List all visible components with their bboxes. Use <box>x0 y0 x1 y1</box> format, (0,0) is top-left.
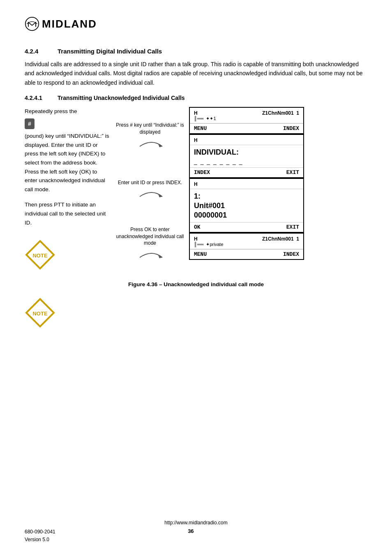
radio-screen-2: H INDIVIDUAL: _ _ _ _ _ _ _ _ INDEX EXIT <box>189 134 304 178</box>
screen2-individual: INDIVIDUAL: <box>194 148 299 157</box>
svg-text:NOTE: NOTE <box>32 310 47 317</box>
screen3-h-label: H <box>194 181 198 187</box>
radio-screen-3: H 1: Unit#001 00000001 OK EXIT <box>189 178 304 233</box>
screen3-h: H <box>194 181 299 187</box>
screen4-top: H Z1ChnNm001 1 ║══ ✦private <box>190 234 303 249</box>
screen2-softkey-left: INDEX <box>194 169 210 176</box>
screen4-icons: ║══ ✦private <box>194 242 224 247</box>
step2-arrow <box>136 188 168 205</box>
screen2-h-label: H <box>194 137 198 143</box>
note-diamond-icon: NOTE <box>25 239 55 270</box>
left-para1: Repeatedly press the <box>25 107 111 116</box>
section-424-body: Individual calls are addressed to a sing… <box>25 60 367 87</box>
left-para3: Then press PTT to initiate an individual… <box>25 200 111 227</box>
step1-arrow <box>136 138 168 155</box>
step2-block: Enter unit ID or press INDEX. <box>115 165 189 219</box>
screen1-line2: ║══ ✦✦1 <box>194 116 299 121</box>
note-diamond-left: NOTE <box>25 239 55 270</box>
footer-left: 680-090-2041 Version 5.0 <box>25 528 55 544</box>
note-diamond-bottom: NOTE <box>25 297 55 328</box>
footer-version: Version 5.0 <box>25 536 55 544</box>
logo-text: MIDLAND <box>42 18 97 30</box>
footer-bottom: 680-090-2041 Version 5.0 36 <box>0 528 392 544</box>
radio-screen-1: H Z1ChnNm001 1 ║══ ✦✦1 MENU INDEX <box>189 107 304 134</box>
screen3-softkeys: OK EXIT <box>190 222 303 232</box>
screen4-line1: H Z1ChnNm001 1 <box>194 236 299 242</box>
footer: http://www.midlandradio.com 680-090-2041… <box>0 520 392 544</box>
left-column: Repeatedly press the # (pound) key until… <box>25 107 115 273</box>
screen3-main: 1: Unit#001 00000001 <box>190 189 303 222</box>
step3-label: Press OK to enter unacknowledged individ… <box>115 226 185 247</box>
screen1-line1: H Z1ChnNm001 1 <box>194 110 299 116</box>
section-424-heading: 4.2.4 Transmitting Digital Individual Ca… <box>25 48 367 55</box>
screen1-softkey-left: MENU <box>194 125 207 132</box>
screen4-softkeys: MENU INDEX <box>190 249 303 259</box>
screen2-softkey-right: EXIT <box>286 169 299 176</box>
screen4-line2: ║══ ✦private <box>194 242 299 247</box>
section-4241-title: Transmitting Unacknowledged Individual C… <box>58 95 185 101</box>
step1-label: Press # key until “Individual:” is displ… <box>115 122 185 136</box>
screen1-softkey-right: INDEX <box>283 125 299 132</box>
center-column: Press # key until “Individual:” is displ… <box>115 107 189 273</box>
screen3-line1: 1: <box>194 192 299 201</box>
screen2-main: INDIVIDUAL: _ _ _ _ _ _ _ _ <box>190 145 303 167</box>
section-4241-heading: 4.2.4.1 Transmitting Unacknowledged Indi… <box>25 95 367 101</box>
screen1-channel: Z1ChnNm001 1 <box>262 110 299 116</box>
note-diamond-bottom-icon: NOTE <box>25 297 55 328</box>
logo: MIDLAND <box>25 16 367 31</box>
screen4-softkey-right: INDEX <box>283 251 299 257</box>
footer-right-spacer <box>326 528 367 544</box>
screen3-top: H <box>190 179 303 189</box>
svg-text:NOTE: NOTE <box>32 253 47 259</box>
screen1-icons: ║══ ✦✦1 <box>194 116 216 121</box>
left-para2: (pound) key until “INDIVIDUAL:” is displ… <box>25 132 111 194</box>
step3-block: Press OK to enter unacknowledged individ… <box>115 219 189 273</box>
step2-label: Enter unit ID or press INDEX. <box>118 179 182 186</box>
pound-key-badge: # <box>25 118 35 129</box>
footer-page-num: 36 <box>188 528 194 544</box>
bottom-note-area: NOTE <box>25 297 367 329</box>
screen4-h: H <box>194 236 198 242</box>
screen4-softkey-left: MENU <box>194 251 207 257</box>
right-column: H Z1ChnNm001 1 ║══ ✦✦1 MENU INDEX H <box>189 107 312 273</box>
figure-area: Repeatedly press the # (pound) key until… <box>25 107 367 273</box>
section-424-num: 4.2.4 <box>25 48 49 55</box>
screen3-line2: Unit#001 <box>194 201 299 211</box>
section-424-title: Transmitting Digital Individual Calls <box>58 48 162 55</box>
radio-screen-4: H Z1ChnNm001 1 ║══ ✦private MENU INDEX <box>189 233 304 260</box>
step3-arrow <box>136 249 168 266</box>
section-4241-num: 4.2.4.1 <box>25 95 49 101</box>
footer-url: http://www.midlandradio.com <box>164 520 227 526</box>
screen2-dashes: _ _ _ _ _ _ _ _ <box>194 158 299 165</box>
logo-area: MIDLAND <box>25 16 367 35</box>
screen1-h: H <box>194 110 198 116</box>
footer-doc-num: 680-090-2041 <box>25 528 55 536</box>
screen3-line3: 00000001 <box>194 211 299 220</box>
midland-logo-icon <box>25 16 39 31</box>
screen2-softkeys: INDEX EXIT <box>190 167 303 177</box>
screen1-softkeys: MENU INDEX <box>190 123 303 133</box>
figure-caption-text: Figure 4.36 – Unacknowledged individual … <box>128 281 264 287</box>
svg-point-0 <box>25 17 39 30</box>
step1-block: Press # key until “Individual:” is displ… <box>115 111 189 165</box>
screen2-top: H <box>190 135 303 145</box>
screen1-top: H Z1ChnNm001 1 ║══ ✦✦1 <box>190 108 303 123</box>
page: MIDLAND 4.2.4 Transmitting Digital Indiv… <box>0 0 392 556</box>
figure-caption: Figure 4.36 – Unacknowledged individual … <box>25 281 367 287</box>
screen3-softkey-left: OK <box>194 224 201 230</box>
screen3-softkey-right: EXIT <box>286 224 299 230</box>
screen2-h: H <box>194 137 299 143</box>
screen4-channel: Z1ChnNm001 1 <box>262 236 299 242</box>
